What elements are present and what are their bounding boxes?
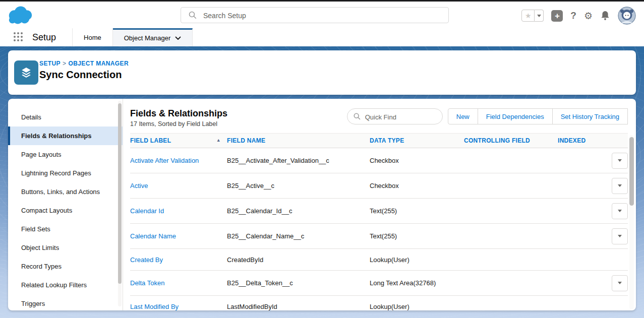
nav-tabs: Home Object Manager (72, 28, 193, 46)
column-header-indexed[interactable]: INDEXED (558, 137, 593, 144)
caret-down-icon (618, 235, 622, 237)
data-type-cell: Checkbox (370, 182, 464, 189)
data-type-cell: Lookup(User) (370, 303, 464, 310)
row-actions-dropdown-button[interactable] (612, 203, 628, 219)
chevron-down-icon (175, 36, 181, 40)
global-actions-button[interactable]: + (551, 10, 563, 22)
global-search (181, 7, 449, 23)
row-actions-dropdown-button[interactable] (612, 275, 628, 291)
row-actions-dropdown-button[interactable] (612, 153, 628, 169)
setup-gear-button[interactable]: ⚙ (584, 10, 593, 22)
sidebar-item-field-sets[interactable]: Field Sets (8, 220, 123, 238)
nav-tab-object-manager[interactable]: Object Manager (113, 28, 193, 46)
caret-down-icon (618, 159, 622, 162)
table-row: Calendar Id B25__Calendar_Id__c Text(255… (130, 199, 628, 224)
sidebar-item-compact-layouts[interactable]: Compact Layouts (8, 201, 123, 220)
field-label-link-calendar-name[interactable]: Calendar Name (130, 232, 176, 240)
setup-nav-bar: Setup Home Object Manager (0, 28, 644, 46)
sidebar-item-record-types[interactable]: Record Types (8, 257, 123, 276)
field-label-link-calendar-id[interactable]: Calendar Id (130, 207, 164, 215)
row-actions-dropdown-button[interactable] (612, 178, 628, 194)
object-sidebar: Details Fields & Relationships Page Layo… (8, 99, 123, 310)
sidebar-item-fields-relationships[interactable]: Fields & Relationships (8, 126, 123, 145)
row-actions-dropdown-button[interactable] (612, 228, 628, 244)
sidebar-scrollbar[interactable] (118, 101, 122, 306)
page-title: Sync Connection (39, 69, 129, 81)
table-header-row: FIELD LABEL ▲ FIELD NAME DATA TYPE CONTR… (130, 133, 628, 148)
quick-find (347, 108, 443, 124)
help-button[interactable]: ? (570, 10, 576, 21)
caret-down-icon (618, 282, 622, 284)
sidebar-item-page-layouts[interactable]: Page Layouts (8, 145, 123, 164)
app-name: Setup (32, 28, 56, 46)
field-label-link-delta-token[interactable]: Delta Token (130, 279, 164, 287)
star-icon: ★ (525, 12, 532, 19)
panel-title: Fields & Relationships (130, 108, 347, 119)
global-header: ★ + ? ⚙ (0, 2, 644, 29)
sort-ascending-icon: ▲ (216, 137, 221, 143)
field-label-link-active[interactable]: Active (130, 182, 148, 189)
sidebar-item-triggers[interactable]: Triggers (8, 294, 123, 310)
object-icon (14, 60, 38, 85)
astro-avatar-image (618, 7, 636, 25)
table-row: Calendar Name B25__Calendar_Name__c Text… (130, 224, 628, 249)
salesforce-setup-window: ★ + ? ⚙ (0, 0, 644, 318)
sidebar-item-details[interactable]: Details (8, 108, 123, 126)
field-name-cell: B25__Active__c (227, 182, 370, 189)
table-row: Created By CreatedById Lookup(User) (130, 249, 628, 271)
data-type-cell: Checkbox (370, 157, 464, 164)
page-header-text: SETUP>OBJECT MANAGER Sync Connection (39, 60, 129, 81)
nav-tab-home[interactable]: Home (73, 28, 113, 46)
column-header-field-name[interactable]: FIELD NAME (227, 137, 370, 144)
salesforce-logo (6, 5, 35, 26)
field-label-link-created-by[interactable]: Created By (130, 256, 163, 264)
field-name-cell: LastModifiedById (227, 303, 370, 310)
search-setup-input[interactable] (202, 8, 441, 24)
column-header-controlling-field[interactable]: CONTROLLING FIELD (464, 137, 558, 144)
table-row: Activate After Validation B25__Activate_… (130, 148, 628, 173)
sidebar-item-related-lookup-filters[interactable]: Related Lookup Filters (8, 276, 123, 294)
fields-table: FIELD LABEL ▲ FIELD NAME DATA TYPE CONTR… (130, 133, 628, 310)
gear-icon: ⚙ (584, 11, 593, 21)
user-avatar[interactable] (618, 7, 636, 25)
button-new[interactable]: New (448, 108, 478, 124)
quick-find-input[interactable] (364, 109, 441, 124)
table-row: Last Modified By LastModifiedById Lookup… (130, 296, 628, 310)
breadcrumb-setup-link[interactable]: SETUP (39, 60, 61, 67)
field-name-cell: B25__Activate_After_Validation__c (227, 157, 370, 164)
sidebar-scrollbar-thumb[interactable] (118, 103, 122, 284)
fields-panel: Fields & Relationships 17 Items, Sorted … (123, 99, 636, 310)
breadcrumb-object-manager-link[interactable]: OBJECT MANAGER (68, 60, 129, 67)
table-row: Active B25__Active__c Checkbox (130, 173, 628, 199)
field-name-cell: CreatedById (227, 256, 370, 264)
plus-icon: + (555, 12, 560, 20)
column-header-field-label[interactable]: FIELD LABEL ▲ (130, 137, 227, 144)
button-set-history-tracking[interactable]: Set History Tracking (552, 108, 628, 124)
data-type-cell: Text(255) (370, 232, 464, 240)
question-icon: ? (570, 10, 576, 21)
panel-title-block: Fields & Relationships 17 Items, Sorted … (130, 108, 347, 128)
field-label-link-activate-after-validation[interactable]: Activate After Validation (130, 157, 199, 164)
table-scrollbar[interactable] (629, 135, 634, 309)
sidebar-item-buttons-links-and-actions[interactable]: Buttons, Links, and Actions (8, 182, 123, 201)
search-icon (354, 113, 361, 120)
sidebar-item-object-limits[interactable]: Object Limits (8, 238, 123, 257)
caret-down-icon (537, 15, 541, 17)
sidebar-item-lightning-record-pages[interactable]: Lightning Record Pages (8, 164, 123, 182)
favorites-control: ★ (521, 10, 544, 22)
table-scrollbar-thumb[interactable] (629, 137, 634, 206)
panel-controls: Fields & Relationships 17 Items, Sorted … (130, 108, 628, 128)
content-card: Details Fields & Relationships Page Layo… (8, 99, 636, 310)
button-field-dependencies[interactable]: Field Dependencies (478, 108, 553, 124)
column-header-data-type[interactable]: DATA TYPE (370, 137, 464, 144)
field-label-link-last-modified-by[interactable]: Last Modified By (130, 303, 179, 310)
notifications-bell-button[interactable] (600, 10, 610, 21)
panel-buttons: New Field Dependencies Set History Track… (448, 108, 628, 124)
field-name-cell: B25__Delta_Token__c (227, 279, 370, 287)
favorites-star-button[interactable]: ★ (521, 10, 535, 22)
bell-icon (602, 11, 609, 18)
favorites-dropdown-button[interactable] (535, 10, 544, 22)
app-launcher-waffle-icon[interactable] (14, 32, 24, 43)
header-icons: ★ + ? ⚙ (521, 6, 636, 25)
data-type-cell: Long Text Area(32768) (370, 279, 464, 287)
